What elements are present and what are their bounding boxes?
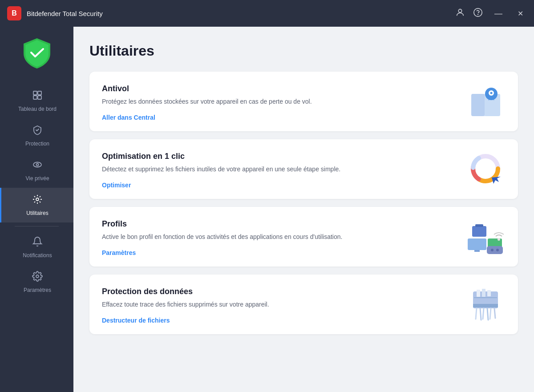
profils-icon [465, 222, 506, 255]
svg-point-1 [474, 8, 482, 16]
svg-rect-22 [472, 226, 486, 237]
help-icon[interactable] [473, 8, 483, 20]
svg-point-2 [478, 14, 478, 15]
svg-marker-21 [492, 177, 501, 184]
svg-point-29 [496, 249, 499, 251]
svg-point-0 [458, 9, 461, 12]
utilities-label: Utilitaires [26, 210, 48, 216]
antivol-card: Antivol Protégez les données stockées su… [89, 72, 518, 131]
profils-image [465, 220, 506, 256]
account-icon[interactable] [455, 8, 465, 20]
protection-donnees-image [465, 288, 506, 323]
profils-card: Profils Active le bon profil en fonction… [89, 207, 518, 267]
optimisation-icon [467, 152, 505, 190]
minimize-button[interactable]: — [491, 7, 506, 20]
shredder-icon [468, 288, 503, 323]
optimisation-card: Optimisation en 1 clic Détectez et suppr… [89, 139, 518, 199]
svg-rect-12 [471, 94, 485, 116]
svg-line-40 [490, 308, 491, 319]
protection-donnees-title: Protection des données [102, 287, 457, 296]
svg-rect-35 [473, 304, 498, 307]
svg-line-38 [483, 308, 484, 319]
antivol-title: Antivol [102, 84, 457, 93]
svg-line-37 [480, 308, 481, 320]
sidebar-item-privacy[interactable]: Vie privée [0, 153, 73, 188]
svg-rect-5 [33, 96, 37, 99]
app-logo: B [7, 6, 21, 20]
antivol-text: Antivol Protégez les données stockées su… [102, 84, 457, 121]
profils-link[interactable]: Paramètres [102, 249, 136, 256]
sidebar-item-dashboard[interactable]: Tableau de bord [0, 84, 73, 118]
svg-rect-27 [487, 246, 503, 254]
svg-rect-23 [475, 224, 483, 227]
svg-rect-25 [474, 250, 480, 252]
settings-icon [32, 271, 43, 284]
svg-point-28 [491, 249, 494, 251]
protection-label: Protection [25, 141, 49, 147]
optimisation-desc: Détectez et supprimez les fichiers inuti… [102, 165, 457, 174]
sidebar-item-settings[interactable]: Paramètres [0, 265, 73, 299]
dashboard-icon [32, 90, 43, 103]
svg-rect-32 [477, 290, 480, 297]
svg-rect-33 [482, 289, 485, 297]
protection-donnees-text: Protection des données Effacez toute tra… [102, 287, 457, 324]
svg-point-9 [36, 198, 39, 201]
notifications-icon [32, 236, 43, 250]
svg-rect-24 [468, 238, 486, 250]
sidebar-logo [20, 36, 54, 71]
sidebar-item-utilities[interactable]: Utilitaires [0, 188, 73, 222]
window-controls: — ✕ [455, 7, 527, 20]
notifications-label: Notifications [23, 252, 52, 259]
cards-list: Antivol Protégez les données stockées su… [89, 72, 518, 334]
antivol-icon [467, 85, 505, 121]
close-button[interactable]: ✕ [514, 8, 527, 20]
optimisation-title: Optimisation en 1 clic [102, 152, 457, 161]
svg-line-36 [476, 308, 477, 319]
antivol-image [465, 85, 506, 121]
privacy-label: Vie privée [25, 175, 49, 182]
sidebar-item-protection[interactable]: Protection [0, 118, 73, 153]
shield-logo-icon [20, 36, 54, 69]
app-body: Tableau de bord Protection [0, 27, 534, 392]
utilities-icon [32, 194, 43, 207]
optimisation-image [465, 153, 506, 188]
settings-label: Paramètres [24, 287, 51, 293]
main-content: Utilitaires Antivol Protégez les données… [73, 27, 534, 392]
protection-donnees-desc: Effacez toute trace des fichiers supprim… [102, 300, 457, 309]
profils-desc: Active le bon profil en fonction de vos … [102, 232, 457, 242]
protection-donnees-link[interactable]: Destructeur de fichiers [102, 317, 170, 324]
svg-line-39 [487, 308, 488, 320]
svg-line-41 [494, 308, 495, 318]
sidebar-nav: Tableau de bord Protection [0, 84, 73, 299]
antivol-link[interactable]: Aller dans Central [102, 114, 155, 121]
svg-rect-3 [33, 91, 37, 95]
svg-point-30 [498, 238, 500, 241]
page-title: Utilitaires [89, 43, 518, 59]
svg-point-7 [33, 162, 41, 167]
svg-point-8 [36, 164, 39, 166]
privacy-icon [32, 159, 43, 173]
protection-donnees-card: Protection des données Effacez toute tra… [89, 275, 518, 334]
protection-icon [32, 125, 43, 138]
optimisation-link[interactable]: Optimiser [102, 182, 131, 189]
sidebar-item-notifications[interactable]: Notifications [0, 230, 73, 265]
svg-point-10 [36, 275, 39, 278]
svg-rect-34 [487, 290, 491, 296]
titlebar: B Bitdefender Total Security — ✕ [0, 0, 534, 27]
svg-rect-6 [38, 96, 41, 99]
antivol-desc: Protégez les données stockées sur votre … [102, 97, 457, 106]
sidebar: Tableau de bord Protection [0, 27, 73, 392]
svg-rect-4 [38, 91, 41, 95]
profils-text: Profils Active le bon profil en fonction… [102, 219, 457, 257]
svg-point-16 [490, 92, 492, 94]
dashboard-label: Tableau de bord [18, 106, 57, 112]
sidebar-divider [15, 226, 59, 226]
app-title: Bitdefender Total Security [27, 10, 455, 17]
optimisation-text: Optimisation en 1 clic Détectez et suppr… [102, 152, 457, 189]
profils-title: Profils [102, 219, 457, 229]
